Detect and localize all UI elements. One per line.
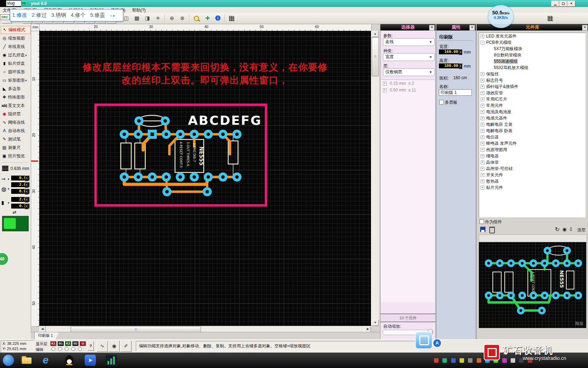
network-speed-overlay[interactable]: 50.5KB/s 4.3KB/s: [488, 5, 514, 28]
tree-expand-icon[interactable]: +: [481, 85, 484, 89]
library-tree-item[interactable]: 8位数码管模块: [479, 52, 585, 58]
qq-icon[interactable]: [64, 355, 75, 366]
multilayer-checkbox[interactable]: [439, 100, 444, 104]
tree-expand-icon[interactable]: +: [481, 142, 484, 145]
tree-expand-icon[interactable]: +: [481, 173, 484, 177]
tool-item[interactable]: ▮贴片焊盘: [1, 60, 30, 68]
library-tree-item[interactable]: 555调速模组: [479, 58, 585, 64]
tray-icon[interactable]: [442, 358, 447, 363]
horizontal-scrollbar[interactable]: ◀ ||| ▶: [39, 326, 371, 332]
layer-grid-icon[interactable]: [546, 14, 555, 23]
library-tree-item[interactable]: +标志符号: [479, 77, 585, 83]
arrow-app-icon[interactable]: ➤: [85, 355, 96, 366]
layer-dropdown[interactable]: 仅敷铜层▼: [383, 68, 435, 76]
tree-expand-icon[interactable]: +: [481, 104, 484, 108]
board-name-input[interactable]: 印刷版 1: [439, 89, 472, 96]
tree-expand-icon[interactable]: +: [481, 91, 484, 95]
pad-mode-button[interactable]: ◉: [108, 341, 120, 352]
as-component-checkbox[interactable]: [479, 219, 484, 224]
track-width-icon[interactable]: ⊸: [1, 176, 6, 182]
minimize-button[interactable]: ▁: [551, 1, 559, 7]
selector-close-icon[interactable]: ✕: [429, 25, 435, 30]
tree-expand-icon[interactable]: +: [481, 135, 484, 139]
library-tree-item[interactable]: 5X7万能板模块: [479, 46, 585, 52]
board-width-field[interactable]: 160.00: [439, 49, 459, 54]
tray-icon[interactable]: [460, 358, 464, 363]
tool-item[interactable]: ◉阻焊层: [1, 110, 30, 118]
board-width-spinner[interactable]: ‖: [459, 49, 462, 55]
smd-pad-icon[interactable]: ▮: [1, 200, 4, 205]
tree-expand-icon[interactable]: +: [481, 154, 484, 158]
pcb-canvas[interactable]: ABCDEFG NE555 4-RESET CONT-5 3-OUT THRES…: [39, 31, 371, 326]
tool-item[interactable]: ∿网络连线: [1, 118, 30, 127]
vertical-scrollbar[interactable]: ▲ ☰ ▼: [371, 31, 379, 326]
silkscreen-text[interactable]: ABCDEFG: [188, 113, 262, 128]
library-tree-item[interactable]: +电池及电池座: [479, 109, 585, 115]
toolbar-badge[interactable]: DRC: [0, 14, 10, 20]
page-tab[interactable]: 印刷版 1: [34, 332, 59, 340]
overlay-badge[interactable]: 40: [0, 252, 9, 266]
library-tree-item[interactable]: +电位器: [479, 134, 585, 140]
board-height-spinner[interactable]: ‖: [459, 63, 462, 69]
library-tree-item[interactable]: +场效应管: [479, 90, 585, 96]
place-component-icon[interactable]: ⇩: [569, 226, 573, 232]
ime-candidate[interactable]: 2.修过: [32, 12, 47, 18]
layer-chip[interactable]: U: [80, 341, 86, 346]
help-button[interactable]: ?: [88, 341, 94, 351]
library-tree-item[interactable]: +电感元器件: [479, 115, 585, 121]
library-tree-item[interactable]: +开关元件: [479, 172, 585, 178]
smd-pad-dropdown-icon[interactable]: ▾: [8, 201, 9, 205]
tree-expand-icon[interactable]: +: [481, 129, 484, 133]
grid-toggle-icon[interactable]: [227, 14, 237, 23]
trace-mode-button[interactable]: ∿: [97, 341, 108, 352]
library-tree-item[interactable]: +LED 发光元器件: [479, 33, 585, 39]
explorer-icon[interactable]: [21, 355, 32, 366]
ime-candidate[interactable]: 4.修个: [71, 12, 86, 18]
tool-item[interactable]: ◉过孔焊盘▾: [1, 51, 30, 59]
tool-item[interactable]: A自动布线: [1, 127, 30, 135]
origin-crosshair-icon[interactable]: ✛: [203, 14, 212, 23]
internet-explorer-icon[interactable]: e: [43, 355, 54, 366]
tree-expand-icon[interactable]: +: [481, 161, 484, 164]
tray-icon[interactable]: [468, 358, 472, 363]
ime-prev-icon[interactable]: ◂: [110, 13, 112, 18]
ime-candidate[interactable]: 1.修改: [12, 12, 27, 18]
delete-component-icon[interactable]: [489, 227, 495, 233]
close-button[interactable]: ×: [567, 1, 575, 7]
library-tree-item[interactable]: +晶闸管-可控硅: [479, 165, 585, 172]
library-tree-item[interactable]: +电解电容 立装: [479, 121, 585, 128]
tool-item[interactable]: ab|英文文本: [1, 102, 30, 110]
smd-width-spinner[interactable]: ‖: [25, 197, 28, 203]
library-tree-item[interactable]: +画原理图用: [479, 146, 585, 153]
save-component-icon[interactable]: [480, 227, 485, 232]
layer-chip[interactable]: K1: [50, 341, 56, 346]
layer-chip[interactable]: B1: [58, 341, 64, 346]
tray-icon[interactable]: [477, 358, 481, 363]
eraser-mode-button[interactable]: ✐: [120, 341, 132, 352]
library-tree-item[interactable]: +继电器: [479, 153, 585, 159]
maximize-button[interactable]: ▢: [559, 1, 567, 7]
tree-expand-icon[interactable]: +: [481, 186, 484, 190]
tree-expand-icon[interactable]: +: [481, 116, 484, 120]
tool-item[interactable]: ○圆环弧形: [1, 68, 30, 76]
tool-item[interactable]: ▭矩形图形▾: [1, 76, 30, 84]
via-hole-spinner[interactable]: ‖: [25, 189, 28, 195]
tool-item[interactable]: ↖编辑模式: [1, 26, 31, 34]
tool-item[interactable]: ✎测试笔: [1, 135, 30, 143]
tray-icon[interactable]: [451, 358, 456, 363]
zoom-tool-icon[interactable]: [192, 14, 201, 23]
record-icon[interactable]: ◉: [562, 226, 567, 232]
info-icon[interactable]: i: [214, 14, 223, 23]
layer-chip[interactable]: K2: [65, 341, 71, 346]
param-dropdown[interactable]: 走线▼: [383, 38, 435, 46]
library-tree-item[interactable]: +贴片元件: [479, 184, 585, 191]
selector-result-row[interactable]: + 0.50 mm x 11: [381, 87, 435, 93]
track-width-dropdown-icon[interactable]: ▾: [8, 177, 9, 181]
smd-height-spinner[interactable]: ‖: [25, 204, 28, 209]
tree-expand-icon[interactable]: +: [481, 179, 484, 183]
library-tree-item[interactable]: +散热器: [479, 178, 585, 184]
ime-next-icon[interactable]: ▸: [113, 13, 115, 18]
library-tree-item[interactable]: +蜂鸣器 发声元件: [479, 140, 585, 146]
library-tree-item[interactable]: +常用元件: [479, 102, 585, 109]
ime-candidate[interactable]: 5.修盖: [90, 12, 105, 18]
